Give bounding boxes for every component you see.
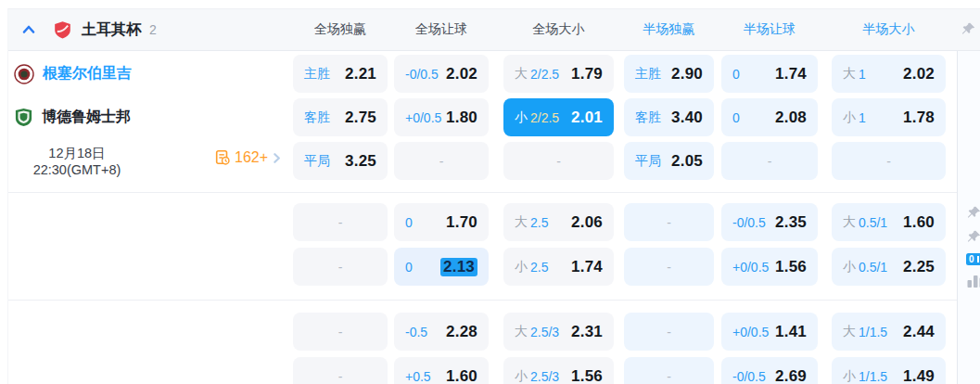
odds-direction-label: 大: [515, 214, 528, 231]
odds-value: 2.31: [571, 323, 603, 341]
odds-line-label: 0: [405, 215, 413, 230]
home-team-name[interactable]: 根塞尔伯里吉: [43, 64, 132, 83]
odds-direction-label: 大: [843, 214, 856, 231]
odds-line-label: 平局: [635, 153, 661, 170]
odds-cell[interactable]: 主胜2.90: [624, 55, 714, 93]
odds-direction-label: 大: [843, 66, 856, 83]
odds-cell-empty: -: [624, 248, 714, 286]
odds-cell[interactable]: +0/0.51.41: [721, 313, 818, 351]
odds-cell[interactable]: 大0.5/11.60: [832, 203, 946, 241]
pin-icon[interactable]: [966, 229, 980, 249]
odds-value: 2.28: [446, 323, 477, 341]
odds-line-label: 0: [405, 260, 413, 275]
odds-cell[interactable]: 小0.5/12.25: [832, 248, 946, 286]
column-header-halftime-1x2: 半场独赢: [624, 21, 714, 38]
odds-line-label: +0.5: [405, 369, 431, 384]
odds-cell[interactable]: -0/0.52.35: [721, 203, 818, 241]
odds-line-label: -0/0.5: [732, 369, 766, 384]
odds-cell[interactable]: 02.08: [721, 98, 818, 136]
extra-odds-section-2: --0.52.28大2.5/32.31-+0/0.51.41大1/1.52.44…: [8, 301, 980, 384]
odds-value: 3.40: [671, 109, 703, 127]
odds-line-label: 客胜: [635, 109, 661, 126]
odds-cell[interactable]: 大12.02: [832, 55, 946, 93]
odds-cell[interactable]: -0.52.28: [394, 313, 489, 351]
odds-cell-empty: -: [624, 203, 714, 241]
odds-cell[interactable]: 主胜2.21: [293, 55, 388, 93]
odds-cell[interactable]: 平局2.05: [624, 142, 714, 180]
odds-value: 3.25: [345, 152, 376, 171]
odds-cell[interactable]: 小2.5/31.56: [503, 357, 614, 384]
odds-cell-empty: -: [624, 313, 714, 351]
odds-line-label: +0/0.5: [732, 325, 769, 339]
odds-direction-label: 大: [515, 324, 528, 340]
odds-cell[interactable]: 客胜2.75: [293, 98, 388, 136]
odds-cell[interactable]: 大1/1.52.44: [832, 313, 946, 351]
odds-cell[interactable]: +0/0.51.56: [721, 248, 818, 286]
right-rail: 0: [957, 51, 980, 384]
header-pin-icon[interactable]: [961, 21, 976, 41]
odds-cell[interactable]: 大2.52.06: [503, 203, 614, 241]
home-team-crest-icon: [14, 64, 34, 84]
odds-cell[interactable]: 02.13: [394, 248, 489, 286]
empty-odds-dash: -: [768, 154, 772, 169]
chevron-right-icon: [270, 151, 284, 165]
odds-cell-empty: -: [503, 142, 614, 180]
away-team[interactable]: 博德鲁姆士邦: [8, 108, 131, 127]
odds-cell[interactable]: +0.51.60: [394, 357, 489, 384]
odds-direction-label: 小: [515, 259, 528, 275]
odds-cell[interactable]: 01.74: [721, 55, 818, 93]
league-match-count: 2: [149, 22, 157, 37]
odds-line-label: 1: [859, 67, 866, 82]
odds-cell[interactable]: -0/0.52.02: [394, 55, 489, 93]
odds-direction-label: 小: [515, 368, 528, 384]
live-score-badge[interactable]: 0: [966, 253, 980, 265]
more-markets-link[interactable]: 162+: [214, 149, 284, 166]
odds-line-label: 0.5/1: [859, 260, 887, 275]
odds-cell-empty: -: [394, 142, 489, 180]
odds-cell[interactable]: 01.70: [394, 203, 489, 241]
odds-direction-label: 小: [843, 368, 856, 384]
odds-cell[interactable]: 平局3.25: [293, 142, 388, 180]
odds-line-label: +0/0.5: [405, 110, 441, 125]
odds-cell[interactable]: 小1/1.51.49: [832, 357, 946, 384]
odds-cell[interactable]: 客胜3.40: [624, 98, 714, 136]
home-team[interactable]: 根塞尔伯里吉: [8, 64, 132, 84]
odds-value: 1.78: [903, 109, 935, 127]
empty-odds-dash: -: [667, 369, 671, 384]
odds-cell[interactable]: 小2/2.52.01: [503, 98, 614, 136]
odds-value: 2.08: [775, 109, 807, 127]
pin-icon[interactable]: [966, 205, 980, 224]
stats-bar-chart-icon[interactable]: [966, 274, 980, 291]
odds-value: 1.74: [571, 258, 603, 276]
odds-line-label: 0: [732, 110, 740, 125]
empty-odds-dash: -: [338, 215, 343, 230]
odds-line-label: 2.5/3: [530, 369, 559, 384]
odds-cell[interactable]: 大2.5/32.31: [503, 313, 614, 351]
column-header-fulltime-handicap: 全场让球: [394, 21, 489, 38]
odds-value: 2.21: [345, 65, 376, 83]
away-team-name[interactable]: 博德鲁姆士邦: [42, 108, 131, 127]
odds-cell[interactable]: +0/0.51.80: [394, 98, 489, 136]
odds-value: 2.02: [903, 65, 935, 83]
odds-cell[interactable]: -0/0.52.69: [721, 357, 818, 384]
odds-cell-empty: -: [293, 313, 388, 351]
empty-odds-dash: -: [556, 154, 561, 169]
odds-line-label: 0: [732, 67, 740, 82]
odds-direction-label: 小: [515, 109, 528, 126]
collapse-chevron-up-icon[interactable]: [21, 22, 36, 37]
odds-cell[interactable]: 小11.78: [832, 98, 946, 136]
odds-cell[interactable]: 大2/2.51.79: [503, 55, 614, 93]
odds-row: -01.70大2.52.06--0/0.52.35大0.5/11.60: [8, 203, 980, 241]
match-odds-section: 根塞尔伯里吉 主胜2.21-0/0.52.02大2/2.51.79主胜2.900…: [8, 51, 980, 193]
column-header-halftime-handicap: 半场让球: [721, 21, 818, 38]
odds-value: 2.75: [345, 109, 376, 127]
odds-cell[interactable]: 小2.51.74: [503, 248, 614, 286]
odds-line-label: -0.5: [405, 325, 427, 339]
odds-direction-label: 大: [843, 324, 856, 340]
odds-value: 2.90: [671, 65, 703, 83]
odds-direction-label: 小: [843, 109, 856, 126]
odds-value: 1.56: [571, 367, 603, 384]
odds-row: -02.13小2.51.74-+0/0.51.56小0.5/12.25: [8, 248, 980, 286]
odds-value: 1.56: [775, 258, 807, 276]
odds-cell-empty: -: [624, 357, 714, 384]
